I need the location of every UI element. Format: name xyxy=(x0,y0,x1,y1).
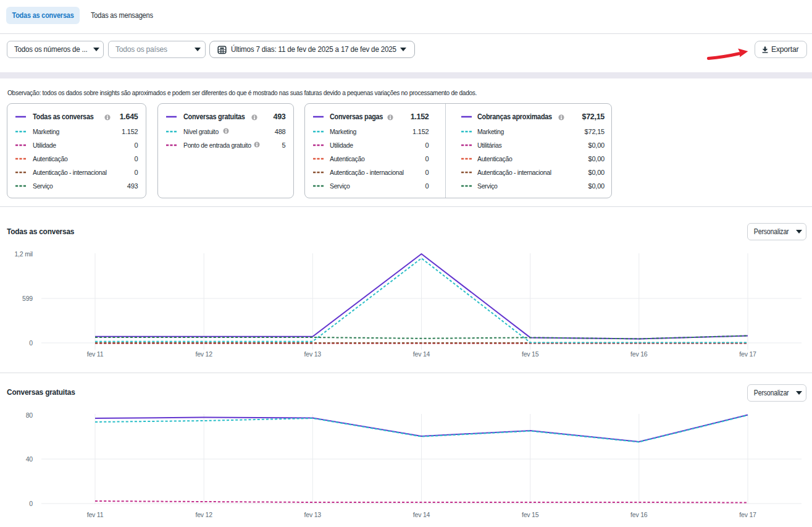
svg-text:0: 0 xyxy=(29,339,33,347)
svg-text:fev 13: fev 13 xyxy=(304,350,322,358)
svg-text:fev 12: fev 12 xyxy=(195,350,212,358)
svg-text:fev 17: fev 17 xyxy=(739,350,756,358)
svg-text:fev 15: fev 15 xyxy=(522,350,539,358)
svg-text:fev 15: fev 15 xyxy=(522,511,539,518)
svg-text:599: 599 xyxy=(22,295,33,302)
svg-text:fev 14: fev 14 xyxy=(413,350,430,358)
svg-text:fev 14: fev 14 xyxy=(413,511,430,518)
svg-text:1,2 mil: 1,2 mil xyxy=(14,250,33,258)
svg-text:fev 16: fev 16 xyxy=(630,511,648,518)
svg-text:fev 17: fev 17 xyxy=(739,511,756,518)
svg-text:0: 0 xyxy=(29,500,33,507)
svg-text:fev 11: fev 11 xyxy=(87,511,104,518)
svg-text:fev 12: fev 12 xyxy=(195,511,212,518)
svg-text:80: 80 xyxy=(26,411,33,419)
svg-text:40: 40 xyxy=(26,455,33,463)
svg-text:fev 16: fev 16 xyxy=(630,350,648,358)
svg-text:fev 13: fev 13 xyxy=(304,511,322,518)
svg-text:fev 11: fev 11 xyxy=(87,350,104,358)
